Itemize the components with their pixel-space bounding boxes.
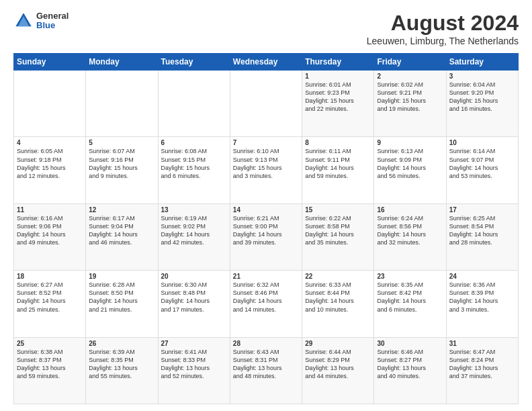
day-info: Sunrise: 6:39 AM Sunset: 8:35 PM Dayligh… [89,348,154,381]
calendar-cell: 5Sunrise: 6:07 AM Sunset: 9:16 PM Daylig… [86,137,158,203]
day-number: 19 [89,273,154,280]
day-info: Sunrise: 6:46 AM Sunset: 8:27 PM Dayligh… [377,348,443,381]
day-number: 12 [89,206,154,214]
day-number: 26 [89,340,154,347]
calendar-cell: 8Sunrise: 6:11 AM Sunset: 9:11 PM Daylig… [302,137,374,203]
day-info: Sunrise: 6:35 AM Sunset: 8:42 PM Dayligh… [377,281,443,314]
day-number: 30 [377,340,443,347]
day-number: 10 [449,139,515,146]
day-number: 3 [449,73,515,80]
calendar-cell [158,71,230,137]
day-info: Sunrise: 6:02 AM Sunset: 9:21 PM Dayligh… [377,81,443,113]
day-info: Sunrise: 6:47 AM Sunset: 8:24 PM Dayligh… [449,348,515,381]
header-sunday: Sunday [14,54,86,71]
day-number: 16 [377,206,443,214]
day-info: Sunrise: 6:30 AM Sunset: 8:48 PM Dayligh… [161,281,227,314]
day-info: Sunrise: 6:07 AM Sunset: 9:16 PM Dayligh… [89,147,154,180]
weekday-header-row: Sunday Monday Tuesday Wednesday Thursday… [14,54,519,71]
calendar-cell: 11Sunrise: 6:16 AM Sunset: 9:06 PM Dayli… [14,203,86,270]
calendar-cell: 14Sunrise: 6:21 AM Sunset: 9:00 PM Dayli… [230,203,302,270]
day-info: Sunrise: 6:43 AM Sunset: 8:31 PM Dayligh… [233,348,299,381]
calendar-cell: 23Sunrise: 6:35 AM Sunset: 8:42 PM Dayli… [374,271,446,337]
day-info: Sunrise: 6:08 AM Sunset: 9:15 PM Dayligh… [161,147,227,180]
page: General Blue August 2024 Leeuwen, Limbur… [0,0,532,411]
day-info: Sunrise: 6:21 AM Sunset: 9:00 PM Dayligh… [233,214,299,247]
calendar-cell: 1Sunrise: 6:01 AM Sunset: 9:23 PM Daylig… [302,71,374,137]
calendar-cell: 4Sunrise: 6:05 AM Sunset: 9:18 PM Daylig… [14,137,86,203]
title-block: August 2024 Leeuwen, Limburg, The Nether… [367,11,519,46]
day-info: Sunrise: 6:28 AM Sunset: 8:50 PM Dayligh… [89,281,154,314]
calendar-cell: 30Sunrise: 6:46 AM Sunset: 8:27 PM Dayli… [374,337,446,404]
calendar-title: August 2024 [367,11,519,36]
day-info: Sunrise: 6:44 AM Sunset: 8:29 PM Dayligh… [305,348,371,381]
day-info: Sunrise: 6:27 AM Sunset: 8:52 PM Dayligh… [17,281,83,314]
logo: General Blue [13,11,69,31]
day-info: Sunrise: 6:05 AM Sunset: 9:18 PM Dayligh… [17,147,83,180]
calendar-cell: 25Sunrise: 6:38 AM Sunset: 8:37 PM Dayli… [14,337,86,404]
day-number: 29 [305,340,371,347]
day-info: Sunrise: 6:13 AM Sunset: 9:09 PM Dayligh… [377,147,443,180]
week-row-1: 1Sunrise: 6:01 AM Sunset: 9:23 PM Daylig… [14,71,519,137]
day-info: Sunrise: 6:19 AM Sunset: 9:02 PM Dayligh… [161,214,227,247]
calendar-cell: 7Sunrise: 6:10 AM Sunset: 9:13 PM Daylig… [230,137,302,203]
calendar-cell: 19Sunrise: 6:28 AM Sunset: 8:50 PM Dayli… [86,271,158,337]
day-info: Sunrise: 6:17 AM Sunset: 9:04 PM Dayligh… [89,214,154,247]
calendar-cell: 27Sunrise: 6:41 AM Sunset: 8:33 PM Dayli… [158,337,230,404]
calendar-cell: 21Sunrise: 6:32 AM Sunset: 8:46 PM Dayli… [230,271,302,337]
header-monday: Monday [86,54,158,71]
day-info: Sunrise: 6:16 AM Sunset: 9:06 PM Dayligh… [17,214,83,247]
header-thursday: Thursday [302,54,374,71]
calendar-subtitle: Leeuwen, Limburg, The Netherlands [367,36,519,46]
header-friday: Friday [374,54,446,71]
day-number: 21 [233,273,299,280]
calendar-cell: 29Sunrise: 6:44 AM Sunset: 8:29 PM Dayli… [302,337,374,404]
calendar-cell: 2Sunrise: 6:02 AM Sunset: 9:21 PM Daylig… [374,71,446,137]
calendar-cell: 26Sunrise: 6:39 AM Sunset: 8:35 PM Dayli… [86,337,158,404]
day-number: 27 [161,340,227,347]
calendar-cell: 6Sunrise: 6:08 AM Sunset: 9:15 PM Daylig… [158,137,230,203]
header-wednesday: Wednesday [230,54,302,71]
week-row-5: 25Sunrise: 6:38 AM Sunset: 8:37 PM Dayli… [14,337,519,404]
logo-blue: Blue [36,21,69,30]
header-saturday: Saturday [446,54,518,71]
logo-text: General Blue [36,11,69,31]
day-number: 18 [17,273,83,280]
day-info: Sunrise: 6:14 AM Sunset: 9:07 PM Dayligh… [449,147,515,180]
day-info: Sunrise: 6:36 AM Sunset: 8:39 PM Dayligh… [449,281,515,314]
calendar-table: Sunday Monday Tuesday Wednesday Thursday… [13,53,519,404]
logo-general: General [36,11,69,21]
day-number: 6 [161,139,227,146]
calendar-cell: 15Sunrise: 6:22 AM Sunset: 8:58 PM Dayli… [302,203,374,270]
calendar-cell: 31Sunrise: 6:47 AM Sunset: 8:24 PM Dayli… [446,337,518,404]
day-info: Sunrise: 6:24 AM Sunset: 8:56 PM Dayligh… [377,214,443,247]
day-number: 11 [17,206,83,214]
day-number: 8 [305,139,371,146]
calendar-cell [14,71,86,137]
day-number: 7 [233,139,299,146]
calendar-cell: 12Sunrise: 6:17 AM Sunset: 9:04 PM Dayli… [86,203,158,270]
calendar-cell [230,71,302,137]
day-number: 5 [89,139,154,146]
calendar-cell: 22Sunrise: 6:33 AM Sunset: 8:44 PM Dayli… [302,271,374,337]
day-number: 9 [377,139,443,146]
day-info: Sunrise: 6:41 AM Sunset: 8:33 PM Dayligh… [161,348,227,381]
day-info: Sunrise: 6:01 AM Sunset: 9:23 PM Dayligh… [305,81,371,113]
day-number: 13 [161,206,227,214]
day-number: 25 [17,340,83,347]
day-info: Sunrise: 6:38 AM Sunset: 8:37 PM Dayligh… [17,348,83,381]
day-info: Sunrise: 6:25 AM Sunset: 8:54 PM Dayligh… [449,214,515,247]
day-number: 31 [449,340,515,347]
day-number: 24 [449,273,515,280]
week-row-3: 11Sunrise: 6:16 AM Sunset: 9:06 PM Dayli… [14,203,519,270]
day-number: 1 [305,73,371,80]
calendar-cell: 16Sunrise: 6:24 AM Sunset: 8:56 PM Dayli… [374,203,446,270]
day-number: 17 [449,206,515,214]
day-number: 22 [305,273,371,280]
calendar-cell: 3Sunrise: 6:04 AM Sunset: 9:20 PM Daylig… [446,71,518,137]
week-row-4: 18Sunrise: 6:27 AM Sunset: 8:52 PM Dayli… [14,271,519,337]
calendar-cell [86,71,158,137]
calendar-cell: 17Sunrise: 6:25 AM Sunset: 8:54 PM Dayli… [446,203,518,270]
day-number: 14 [233,206,299,214]
day-number: 15 [305,206,371,214]
day-number: 2 [377,73,443,80]
